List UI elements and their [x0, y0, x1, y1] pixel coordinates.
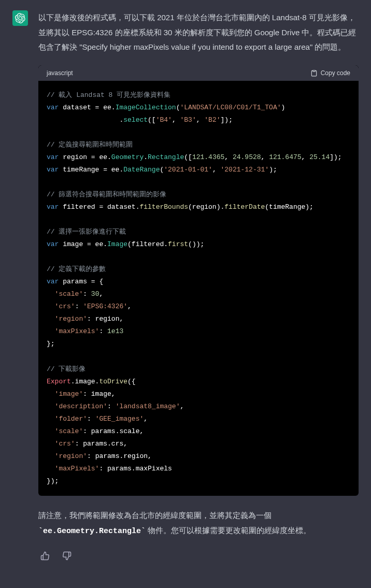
copy-code-button[interactable]: Copy code	[310, 69, 350, 77]
thumbs-up-button[interactable]	[38, 549, 52, 564]
thumbs-up-icon	[40, 551, 50, 561]
intro-paragraph: 以下是修改後的程式碼，可以下載 2021 年位於台灣台北市範圍內的 Landsa…	[38, 10, 359, 55]
openai-logo-icon	[15, 13, 25, 23]
copy-code-label: Copy code	[321, 69, 350, 77]
code-block: javascript Copy code // 載入 Landsat 8 可見光…	[38, 65, 359, 496]
thumbs-down-icon	[62, 551, 72, 561]
assistant-avatar	[12, 10, 28, 26]
feedback-buttons	[38, 549, 359, 564]
assistant-message: 以下是修改後的程式碼，可以下載 2021 年位於台灣台北市範圍內的 Landsa…	[0, 10, 371, 564]
code-content[interactable]: // 載入 Landsat 8 可見光影像資料集 var dataset = e…	[38, 81, 359, 496]
svg-rect-0	[312, 70, 315, 71]
code-header: javascript Copy code	[38, 65, 359, 81]
inline-code: `ee.Geometry.Rectangle`	[38, 527, 146, 536]
code-language-label: javascript	[47, 69, 73, 77]
outro-paragraph: 請注意，我們將範圍修改為台北市的經緯度範圍，並將其定義為一個 `ee.Geome…	[38, 508, 359, 539]
clipboard-icon	[310, 69, 318, 77]
thumbs-down-button[interactable]	[60, 549, 74, 564]
message-content: 以下是修改後的程式碼，可以下載 2021 年位於台灣台北市範圍內的 Landsa…	[38, 10, 359, 564]
